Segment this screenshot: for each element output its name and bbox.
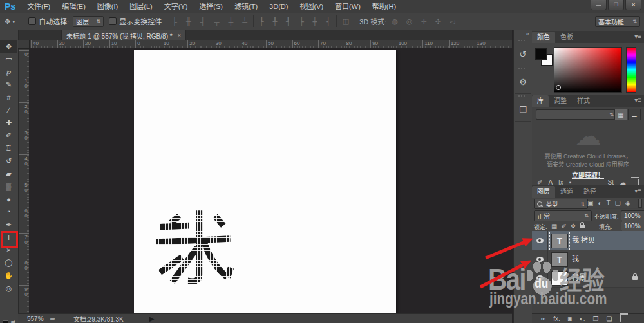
3d-mode-icon-4[interactable]: ◅ bbox=[448, 17, 457, 26]
history-brush-tool[interactable]: ↺ bbox=[0, 154, 17, 167]
tab-libraries[interactable]: 库 bbox=[532, 95, 549, 107]
tab-styles[interactable]: 样式 bbox=[572, 95, 595, 107]
align-icon-0[interactable]: ╞ bbox=[170, 17, 179, 25]
tab-adjustments[interactable]: 调整 bbox=[549, 95, 572, 107]
distribute-icon-1[interactable]: ╀ bbox=[271, 17, 279, 26]
tab-swatches[interactable]: 色板 bbox=[555, 32, 578, 43]
layer-style-icon[interactable]: fx. bbox=[553, 315, 560, 322]
history-panel-icon[interactable]: ↺ bbox=[515, 42, 531, 66]
restore-button[interactable]: ❐ bbox=[608, 0, 624, 10]
filter-smart-objects-icon[interactable]: ◈ bbox=[625, 199, 630, 207]
panel-foreground-swatch[interactable] bbox=[535, 48, 547, 60]
menu-file[interactable]: 文件(F) bbox=[21, 0, 56, 13]
move-tool[interactable]: ✥ bbox=[0, 40, 17, 53]
swap-colors-icon[interactable]: ⇄ bbox=[11, 319, 15, 323]
share-icon[interactable]: ➦ bbox=[50, 315, 55, 322]
link-layers-icon[interactable]: ∞ bbox=[541, 315, 545, 322]
canvas-area[interactable]: 我 bbox=[29, 48, 512, 313]
hue-slider[interactable] bbox=[626, 47, 636, 93]
opacity-field[interactable]: 100% ▾ bbox=[621, 210, 644, 221]
show-transform-checkbox[interactable] bbox=[109, 17, 117, 25]
blur-tool[interactable]: ● bbox=[0, 193, 17, 206]
clone-stamp-tool[interactable]: ♖ bbox=[0, 142, 17, 154]
lock-all-icon[interactable] bbox=[580, 225, 585, 228]
panel-menu-icon[interactable]: ▾≡ bbox=[634, 33, 641, 40]
menu-help[interactable]: 帮助(H) bbox=[366, 0, 402, 13]
workspace-switcher[interactable]: 基本功能 ⇅ bbox=[595, 16, 640, 27]
add-mask-icon[interactable]: ◙ bbox=[568, 315, 572, 322]
distribute-icon-3[interactable]: ┝ bbox=[298, 17, 306, 26]
menu-3d[interactable]: 3D(D) bbox=[263, 0, 294, 13]
filter-adjustment-layers-icon[interactable]: ◐ bbox=[598, 199, 601, 207]
filter-shape-layers-icon[interactable]: ▢ bbox=[615, 199, 621, 207]
mini-foreground-swatch[interactable] bbox=[3, 320, 8, 323]
auto-select-checkbox[interactable] bbox=[28, 17, 36, 25]
crop-tool[interactable]: # bbox=[0, 91, 17, 104]
eyedropper-tool[interactable]: ∕ bbox=[0, 104, 17, 116]
filter-toggle[interactable] bbox=[638, 199, 642, 208]
align-icon-2[interactable]: ╡ bbox=[198, 17, 207, 25]
3d-mode-icon-2[interactable]: ✛ bbox=[419, 17, 429, 26]
group-layers-icon[interactable]: ❐ bbox=[593, 315, 599, 322]
layer-row[interactable]: T我 拷贝 bbox=[532, 231, 644, 250]
tab-color[interactable]: 颜色 bbox=[532, 32, 555, 43]
3d-mode-icon-0[interactable]: ◍ bbox=[390, 17, 400, 26]
eraser-tool[interactable]: ▰ bbox=[0, 167, 17, 180]
menu-type[interactable]: 文字(Y) bbox=[158, 0, 194, 13]
lock-pixels-icon[interactable]: ✐ bbox=[561, 223, 566, 230]
status-expander-icon[interactable]: ▶ bbox=[149, 315, 155, 322]
panel-menu-icon[interactable]: ▾≡ bbox=[634, 97, 641, 104]
distribute-icon-0[interactable]: ┞ bbox=[258, 17, 266, 26]
blend-mode-dropdown[interactable]: 正常 ⇅ bbox=[534, 210, 592, 221]
get-now-link[interactable]: 立即获取！ bbox=[532, 170, 644, 180]
zoom-tool[interactable]: ◎ bbox=[0, 282, 17, 295]
chevron-down-icon[interactable]: ▾ bbox=[12, 19, 15, 24]
list-view-button[interactable]: ☰ bbox=[628, 109, 641, 120]
gradient-tool[interactable]: ▒ bbox=[0, 180, 17, 193]
align-icon-1[interactable]: ╫ bbox=[184, 17, 193, 25]
delete-layer-icon[interactable] bbox=[620, 315, 627, 322]
quick-selection-tool[interactable]: ✎ bbox=[0, 78, 17, 91]
align-icon-5[interactable]: ╧ bbox=[240, 17, 249, 25]
menu-filter[interactable]: 滤镜(T) bbox=[229, 0, 263, 13]
library-select[interactable]: ⇅ bbox=[536, 109, 617, 120]
adjustment-layer-icon[interactable]: ◐. bbox=[580, 315, 585, 322]
eye-icon[interactable] bbox=[536, 238, 544, 243]
filter-type-layers-icon[interactable]: T bbox=[607, 199, 611, 207]
auto-select-dropdown[interactable]: 图层 ⇅ bbox=[73, 16, 104, 27]
auto-align-icon[interactable]: ◫ bbox=[341, 17, 351, 26]
menu-view[interactable]: 视图(V) bbox=[294, 0, 329, 13]
zoom-level-field[interactable]: 557% bbox=[27, 315, 44, 322]
menu-window[interactable]: 窗口(W) bbox=[329, 0, 366, 13]
lock-position-icon[interactable]: ✥ bbox=[571, 223, 576, 230]
layer-thumbnail[interactable]: T bbox=[551, 234, 568, 248]
align-icon-4[interactable]: ╪ bbox=[226, 17, 235, 25]
visibility-cell[interactable] bbox=[532, 231, 548, 250]
3d-mode-icon-3[interactable]: ✣ bbox=[433, 17, 443, 26]
panel-menu-icon[interactable]: ▾≡ bbox=[634, 187, 641, 194]
tab-channels[interactable]: 通道 bbox=[555, 186, 578, 198]
menu-edit[interactable]: 编辑(E) bbox=[56, 0, 91, 13]
document-tab[interactable]: 未标题-1 @ 557% (我 拷贝, RGB/8) * × bbox=[61, 30, 186, 41]
tab-paths[interactable]: 路径 bbox=[578, 186, 601, 198]
lasso-tool[interactable]: ℘ bbox=[0, 66, 17, 78]
fill-field[interactable]: 100% ▾ bbox=[621, 221, 644, 232]
expand-panels-icon[interactable]: « bbox=[526, 31, 529, 37]
tab-layers[interactable]: 图层 bbox=[532, 186, 555, 198]
properties-panel-icon[interactable]: ⚙ bbox=[515, 70, 531, 94]
hand-tool[interactable]: ✋ bbox=[0, 269, 17, 282]
character-panel-icon[interactable]: ❒ bbox=[515, 98, 531, 122]
minimize-button[interactable]: — bbox=[591, 0, 607, 10]
distribute-icon-4[interactable]: ┿ bbox=[311, 17, 319, 26]
3d-mode-icon-1[interactable]: ◎ bbox=[404, 17, 415, 26]
saturation-brightness-field[interactable] bbox=[554, 47, 622, 93]
dodge-tool[interactable]: ◔ bbox=[0, 205, 17, 218]
grid-view-button[interactable]: ▦ bbox=[614, 109, 627, 120]
menu-select[interactable]: 选择(S) bbox=[193, 0, 229, 13]
layer-filter-dropdown[interactable]: 类型 ⇅ bbox=[534, 199, 588, 209]
lock-transparent-icon[interactable]: ▦ bbox=[551, 223, 557, 230]
menu-layer[interactable]: 图层(L) bbox=[124, 0, 158, 13]
menu-image[interactable]: 图像(I) bbox=[91, 0, 124, 13]
distribute-icon-2[interactable]: ┦ bbox=[284, 17, 292, 26]
marquee-tool[interactable]: ▭ bbox=[0, 53, 17, 66]
